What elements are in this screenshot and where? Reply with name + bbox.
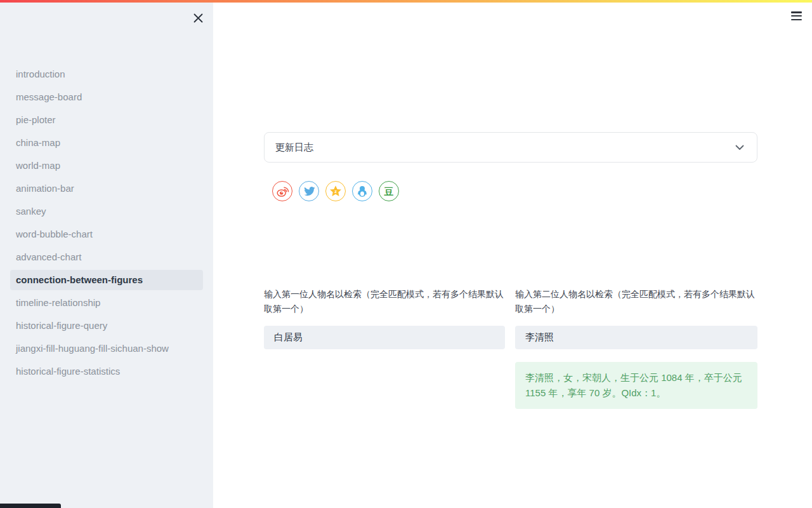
sidebar-item-timeline-relationship[interactable]: timeline-relationship [0,291,213,314]
sidebar-item-jiangxi-fill-huguang-fill-sichuan-show[interactable]: jiangxi-fill-huguang-fill-sichuan-show [0,337,213,360]
person2-result-text: 李清照，女，宋朝人，生于公元 1084 年，卒于公元 1155 年，享年 70 … [525,372,742,398]
sidebar-item-sankey[interactable]: sankey [0,200,213,223]
sidebar-item-connection-between-figures[interactable]: connection-between-figures [10,270,203,290]
sidebar-item-introduction[interactable]: introduction [0,63,213,86]
share-twitter-button[interactable] [299,181,319,201]
sidebar-item-pie-ploter[interactable]: pie-ploter [0,109,213,131]
sidebar-item-world-map[interactable]: world-map [0,154,213,177]
sidebar-item-message-board[interactable]: message-board [0,86,213,109]
person2-section: 输入第二位人物名以检索（完全匹配模式，若有多个结果默认取第一个） 李清照，女，宋… [515,287,757,409]
person1-input[interactable] [264,326,505,349]
sidebar-item-animation-bar[interactable]: animation-bar [0,177,213,200]
changelog-label: 更新日志 [275,142,313,154]
sidebar-item-word-bubble-chart[interactable]: word-bubble-chart [0,223,213,246]
qq-penguin-icon [356,185,369,197]
social-share-row: z 豆 [272,181,399,201]
menu-toggle-button[interactable] [791,11,802,20]
sidebar-item-historical-figure-query[interactable]: historical-figure-query [0,314,213,337]
chevron-down-icon [735,145,744,150]
close-icon [193,13,203,23]
svg-text:z: z [334,189,337,194]
sidebar-item-china-map[interactable]: china-map [0,131,213,154]
sidebar-scrollbar-thumb[interactable] [0,504,61,508]
sidebar-item-advanced-chart[interactable]: advanced-chart [0,246,213,269]
person2-label: 输入第二位人物名以检索（完全匹配模式，若有多个结果默认取第一个） [515,287,757,316]
sidebar: introduction message-board pie-ploter ch… [0,0,213,508]
changelog-collapse-header[interactable]: 更新日志 [264,132,757,163]
douban-icon: 豆 [384,187,394,196]
share-qzone-button[interactable]: z [325,181,346,201]
sidebar-close-button[interactable] [191,11,205,25]
sidebar-nav: introduction message-board pie-ploter ch… [0,63,213,383]
share-qq-button[interactable] [352,181,372,201]
share-weibo-button[interactable] [272,181,292,201]
top-gradient-progress-bar [0,0,812,3]
main-content: 更新日志 z [213,0,812,508]
person1-label: 输入第一位人物名以检索（完全匹配模式，若有多个结果默认取第一个） [264,287,505,316]
weibo-icon [276,185,289,198]
hamburger-icon [791,11,802,13]
qzone-star-icon: z [329,185,342,197]
person2-result-box: 李清照，女，宋朝人，生于公元 1084 年，卒于公元 1155 年，享年 70 … [515,362,757,409]
sidebar-item-historical-figure-statistics[interactable]: historical-figure-statistics [0,360,213,383]
person1-section: 输入第一位人物名以检索（完全匹配模式，若有多个结果默认取第一个） [264,287,505,349]
share-douban-button[interactable]: 豆 [379,181,399,201]
twitter-icon [303,185,315,197]
person2-input[interactable] [515,326,757,349]
